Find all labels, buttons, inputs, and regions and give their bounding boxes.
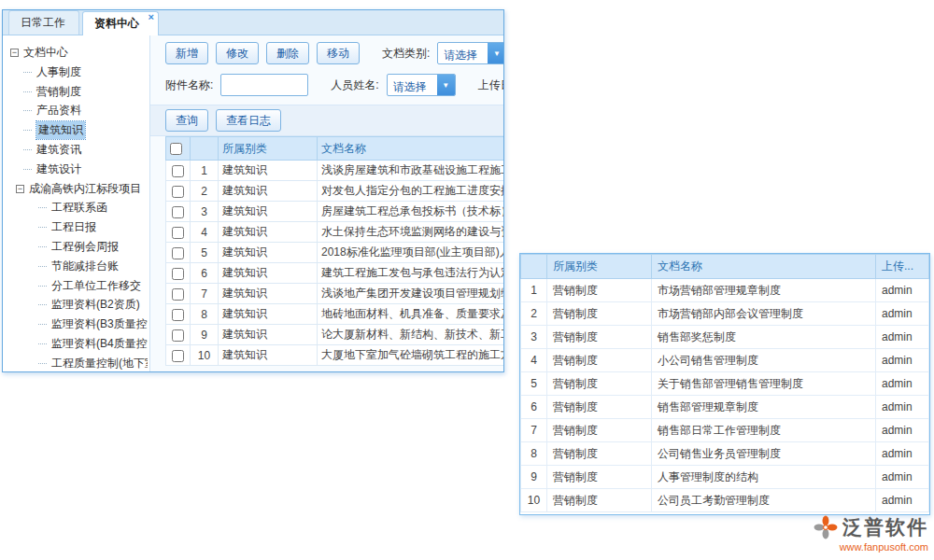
document-table-row[interactable]: 2 营销制度 市场营销部内部会议管理制度 admin <box>521 302 929 326</box>
document-table-row[interactable]: 7 营销制度 销售部日常工作管理制度 admin <box>521 419 929 442</box>
document-table-row[interactable]: 9 建筑知识 论大厦新材料、新结构、新技术、新工... <box>166 325 504 345</box>
tree-item[interactable]: − 成渝高铁内江标段项目 <box>10 179 148 199</box>
row-checkbox[interactable] <box>172 206 184 218</box>
row-checkbox[interactable] <box>172 329 184 342</box>
row-uploader: admin <box>876 302 929 326</box>
document-table-row[interactable]: 2 建筑知识 对发包人指定分包的工程施工进度安排... <box>166 181 504 202</box>
row-checkbox-cell <box>166 243 191 263</box>
tree-item[interactable]: − 工程日报 <box>10 217 148 237</box>
row-uploader: admin <box>876 466 929 489</box>
tree-item[interactable]: − 人事制度 <box>10 63 148 82</box>
column-header-category[interactable]: 所属别类 <box>547 255 652 279</box>
row-category: 建筑知识 <box>219 202 318 222</box>
tree-item[interactable]: − 产品资料 <box>10 102 148 121</box>
query-button[interactable]: 查询 <box>165 109 208 132</box>
row-number: 6 <box>521 396 547 419</box>
row-number: 8 <box>521 442 547 466</box>
column-header-doc-name[interactable]: 文档名称 <box>318 137 504 161</box>
row-number: 5 <box>521 372 547 396</box>
tree-item[interactable]: − 监理资料(B3质量控制) <box>10 315 148 334</box>
delete-button[interactable]: 删除 <box>266 42 309 64</box>
tree-item-label: 营销制度 <box>36 84 81 100</box>
column-header-uploader[interactable]: 上传... <box>876 255 929 279</box>
row-doc-name: 销售部奖惩制度 <box>652 326 876 349</box>
tree-item[interactable]: − 营销制度 <box>10 82 148 102</box>
row-uploader: admin <box>876 442 929 466</box>
row-category: 营销制度 <box>547 372 652 396</box>
add-button[interactable]: 新增 <box>165 42 208 64</box>
document-table-row[interactable]: 1 营销制度 市场营销部管理规章制度 admin <box>521 279 929 302</box>
tab-daily-work[interactable]: 日常工作 <box>8 10 79 35</box>
tree-item[interactable]: − 节能减排台账 <box>10 257 148 276</box>
row-number: 9 <box>521 466 547 489</box>
document-table-row[interactable]: 8 建筑知识 地砖地面材料、机具准备、质量要求及... <box>166 304 504 325</box>
row-doc-name: 地砖地面材料、机具准备、质量要求及... <box>318 304 504 325</box>
document-table-row[interactable]: 8 营销制度 公司销售业务员管理制度 admin <box>521 442 929 466</box>
column-header-doc-name[interactable]: 文档名称 <box>652 255 876 279</box>
collapse-icon[interactable]: − <box>16 185 24 193</box>
tab-data-center-label: 资料中心 <box>94 17 139 30</box>
tab-data-center[interactable]: 资料中心 × <box>82 11 159 35</box>
attachment-filter-label: 附件名称: <box>165 77 213 93</box>
document-table-row[interactable]: 3 营销制度 销售部奖惩制度 admin <box>521 326 929 349</box>
view-log-button[interactable]: 查看日志 <box>216 109 281 132</box>
tree-item-label: 分工单位工作移交 <box>51 278 141 294</box>
row-uploader: admin <box>876 279 929 302</box>
tree-item[interactable]: − 工程联系函 <box>10 199 148 218</box>
document-table-row[interactable]: 9 营销制度 人事管理制度的结构 admin <box>521 466 929 489</box>
row-checkbox[interactable] <box>172 268 184 280</box>
tree-item[interactable]: − 分工单位工作移交 <box>10 276 148 296</box>
row-checkbox-cell <box>166 181 191 202</box>
row-checkbox-cell <box>166 284 191 304</box>
category-select-value: 请选择 <box>438 43 488 63</box>
row-checkbox[interactable] <box>172 165 184 177</box>
row-category: 营销制度 <box>547 419 652 442</box>
row-checkbox[interactable] <box>172 350 184 362</box>
category-select[interactable]: 请选择 ▼ <box>437 42 503 64</box>
row-doc-name: 浅谈房屋建筑和市政基础设施工程施工... <box>318 161 504 181</box>
document-table-row[interactable]: 7 建筑知识 浅谈地产集团开发建设项目管理规划编... <box>166 284 504 304</box>
document-table-row[interactable]: 6 建筑知识 建筑工程施工发包与承包违法行为认定... <box>166 263 504 284</box>
content-area: 新增 修改 删除 移动 文档类别: 请选择 ▼ 文档 附件名称: 人员姓名: 请… <box>150 35 503 372</box>
attachment-name-input[interactable] <box>220 74 308 96</box>
close-tab-icon[interactable]: × <box>149 12 154 22</box>
document-table-row[interactable]: 3 建筑知识 房屋建筑工程总承包投标书（技术标）... <box>166 202 504 222</box>
document-table-row[interactable]: 10 建筑知识 大厦地下室加气砼墙砌筑工程的施工方... <box>166 345 504 366</box>
document-table-row[interactable]: 4 营销制度 小公司销售管理制度 admin <box>521 349 929 372</box>
row-number: 4 <box>521 349 547 372</box>
document-table-row[interactable]: 6 营销制度 销售部管理规章制度 admin <box>521 396 929 419</box>
tree-item-label: 建筑资讯 <box>36 142 81 158</box>
tree-item[interactable]: − 建筑设计 <box>10 160 148 179</box>
row-checkbox[interactable] <box>172 288 184 301</box>
tree-item[interactable]: − 建筑知识 <box>10 120 148 140</box>
tree-item[interactable]: − 工程质量控制(地下室) <box>10 354 148 372</box>
column-header-category[interactable]: 所属别类 <box>219 137 318 161</box>
tree-item[interactable]: − 工程例会周报 <box>10 237 148 257</box>
tree-item-label: 工程联系函 <box>51 200 107 216</box>
row-checkbox[interactable] <box>172 227 184 239</box>
select-all-checkbox[interactable] <box>170 143 182 155</box>
row-checkbox[interactable] <box>172 186 184 198</box>
modify-button[interactable]: 修改 <box>216 42 259 64</box>
tree-root-document-center[interactable]: − 文档中心 <box>10 43 148 63</box>
tree-item[interactable]: − 建筑资讯 <box>10 140 148 160</box>
row-checkbox[interactable] <box>172 247 184 259</box>
tree-item[interactable]: − 监理资料(B2资质) <box>10 296 148 315</box>
row-doc-name: 市场营销部管理规章制度 <box>652 279 876 302</box>
row-checkbox[interactable] <box>172 309 184 321</box>
move-button[interactable]: 移动 <box>317 42 360 64</box>
document-table-row[interactable]: 5 营销制度 关于销售部管理销售管理制度 admin <box>521 372 929 396</box>
document-table-row[interactable]: 5 建筑知识 2018标准化监理项目部(业主项目部)人员... <box>166 243 504 263</box>
document-table-row[interactable]: 1 建筑知识 浅谈房屋建筑和市政基础设施工程施工... <box>166 161 504 181</box>
row-number: 6 <box>191 263 219 284</box>
tree-item[interactable]: − 监理资料(B4质量控制) <box>10 334 148 354</box>
collapse-icon[interactable]: − <box>10 49 19 57</box>
person-select[interactable]: 请选择 ▼ <box>387 74 456 96</box>
brand-website: www.fanpusoft.com <box>814 541 928 553</box>
row-doc-name: 建筑工程施工发包与承包违法行为认定... <box>318 263 504 284</box>
tree-item-label: 监理资料(B3质量控制) <box>51 316 148 332</box>
document-table-row[interactable]: 10 营销制度 公司员工考勤管理制度 admin <box>521 489 929 512</box>
document-table-row[interactable]: 4 建筑知识 水土保持生态环境监测网络的建设与资... <box>166 222 504 243</box>
row-category: 建筑知识 <box>219 243 318 263</box>
row-category: 建筑知识 <box>219 345 318 366</box>
